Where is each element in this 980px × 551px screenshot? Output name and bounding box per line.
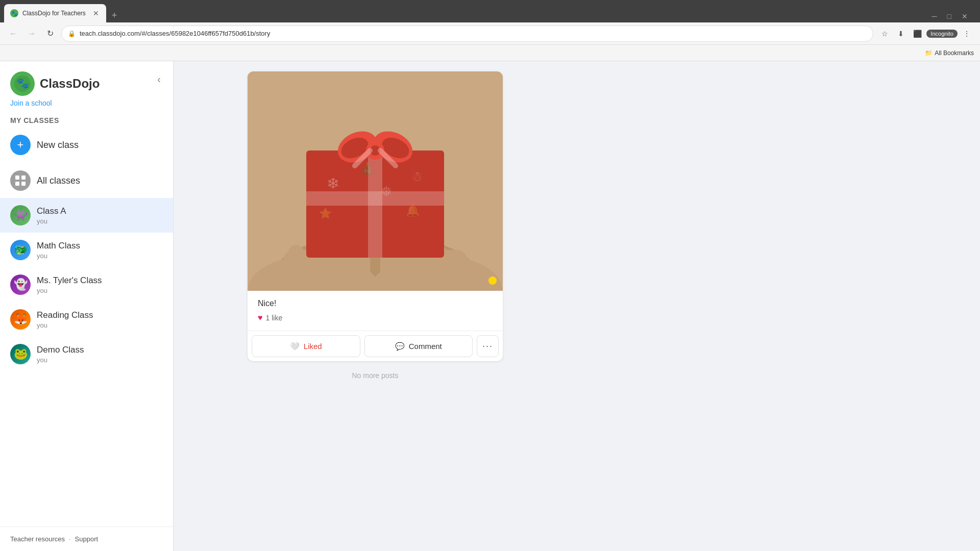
right-panel: [577, 61, 980, 551]
main-content: ❄ 🎄 ❅ ☃ ⭐ 🔔: [174, 61, 577, 551]
caption-text: Nice!: [258, 299, 493, 308]
browser-chrome: 🐾 ClassDojo for Teachers ✕ + ─ □ ✕ ← → ↻…: [0, 0, 980, 61]
likes-row: ♥ 1 like: [258, 313, 493, 322]
maximize-button[interactable]: □: [943, 10, 955, 22]
math-class-name: Math Class: [37, 241, 80, 251]
demo-class-name: Demo Class: [37, 345, 84, 355]
svg-text:☃: ☃: [411, 168, 423, 184]
grid-icon: [15, 175, 26, 186]
ms-tyler-role: you: [37, 287, 102, 294]
menu-button[interactable]: ⋮: [960, 27, 974, 41]
content-panel: ❄ 🎄 ❅ ☃ ⭐ 🔔: [237, 61, 513, 400]
likes-count: 1 like: [266, 314, 283, 322]
logo-row: 🐾 ClassDojo: [10, 71, 100, 96]
close-window-button[interactable]: ✕: [958, 10, 972, 22]
lock-icon: 🔒: [68, 30, 76, 37]
sidebar-item-class-a[interactable]: 👾 Class A you: [0, 198, 173, 233]
story-image: ❄ 🎄 ❅ ☃ ⭐ 🔔: [248, 71, 503, 291]
classdojo-logo-icon: 🐾: [10, 71, 35, 96]
svg-rect-28: [368, 151, 382, 258]
extensions-icon[interactable]: ⬛: [910, 27, 924, 41]
incognito-badge: Incognito: [926, 30, 958, 38]
active-tab[interactable]: 🐾 ClassDojo for Teachers ✕: [4, 4, 106, 22]
story-image-wrapper: ❄ 🎄 ❅ ☃ ⭐ 🔔: [248, 71, 503, 291]
sidebar-item-ms-tyler[interactable]: 👻 Ms. Tyler's Class you: [0, 267, 173, 302]
reading-class-role: you: [37, 321, 93, 329]
class-a-avatar: 👾: [10, 205, 31, 226]
svg-rect-2: [15, 176, 19, 180]
bookmark-star-icon[interactable]: ☆: [877, 27, 892, 41]
no-more-posts-text: No more posts: [248, 361, 503, 390]
join-school-link[interactable]: Join a school: [10, 99, 100, 107]
tab-favicon: 🐾: [10, 9, 18, 17]
ms-tyler-avatar: 👻: [10, 274, 31, 295]
tab-title: ClassDojo for Teachers: [22, 10, 88, 17]
reading-class-name: Reading Class: [37, 310, 93, 320]
demo-class-role: you: [37, 356, 84, 364]
tab-close-button[interactable]: ✕: [92, 9, 100, 17]
svg-text:🔔: 🔔: [406, 204, 420, 217]
svg-rect-4: [15, 182, 19, 186]
logo-svg: 🐾: [13, 74, 32, 93]
math-class-role: you: [37, 252, 80, 260]
browser-tabbar: 🐾 ClassDojo for Teachers ✕ + ─ □ ✕: [0, 0, 980, 22]
nav-actions: ☆ ⬇ ⬛ Incognito ⋮: [877, 27, 974, 41]
svg-rect-3: [21, 176, 26, 180]
logo-text: ClassDojo: [40, 77, 100, 91]
demo-class-info: Demo Class you: [37, 345, 84, 364]
class-a-role: you: [37, 217, 66, 225]
bookmarks-bar: 📁 All Bookmarks: [0, 45, 980, 61]
liked-heart-icon: 🤍: [290, 342, 300, 351]
class-a-name: Class A: [37, 206, 66, 216]
url-text: teach.classdojo.com/#/classes/65982e1046…: [80, 30, 867, 37]
all-classes-button[interactable]: All classes: [0, 163, 173, 198]
my-classes-label: My Classes: [0, 112, 173, 127]
back-button[interactable]: ←: [6, 27, 20, 41]
sidebar: 🐾 ClassDojo Join a school ‹ My Classes +…: [0, 61, 174, 551]
svg-text:⭐: ⭐: [319, 207, 332, 219]
download-icon[interactable]: ⬇: [894, 27, 908, 41]
forward-button[interactable]: →: [24, 27, 39, 41]
sidebar-item-demo-class[interactable]: 🐸 Demo Class you: [0, 337, 173, 371]
liked-button[interactable]: 🤍 Liked: [252, 335, 360, 357]
comment-label: Comment: [409, 342, 442, 350]
heart-icon: ♥: [258, 313, 263, 322]
support-link[interactable]: Support: [75, 535, 99, 543]
story-card: ❄ 🎄 ❅ ☃ ⭐ 🔔: [248, 71, 503, 361]
comment-button[interactable]: 💬 Comment: [364, 335, 473, 357]
sidebar-item-math-class[interactable]: 🐲 Math Class you: [0, 233, 173, 267]
demo-class-avatar: 🐸: [10, 344, 31, 364]
ms-tyler-name: Ms. Tyler's Class: [37, 276, 102, 286]
new-class-label: New class: [37, 140, 79, 151]
math-class-avatar: 🐲: [10, 240, 31, 260]
class-a-info: Class A you: [37, 206, 66, 225]
sidebar-item-reading-class[interactable]: 🦊 Reading Class you: [0, 302, 173, 337]
more-options-button[interactable]: ···: [477, 335, 499, 357]
story-caption: Nice! ♥ 1 like: [248, 291, 503, 331]
address-bar[interactable]: 🔒 teach.classdojo.com/#/classes/65982e10…: [61, 26, 873, 42]
all-classes-icon: [10, 170, 31, 191]
new-class-button[interactable]: + New class: [0, 127, 173, 163]
all-classes-label: All classes: [37, 176, 80, 186]
new-class-icon: +: [10, 135, 31, 155]
reading-class-avatar: 🦊: [10, 309, 31, 330]
logo-area: 🐾 ClassDojo Join a school: [10, 71, 100, 107]
svg-text:🐾: 🐾: [16, 77, 29, 89]
more-dots-icon: ···: [482, 341, 493, 352]
story-image-svg: ❄ 🎄 ❅ ☃ ⭐ 🔔: [248, 71, 503, 291]
browser-navbar: ← → ↻ 🔒 teach.classdojo.com/#/classes/65…: [0, 22, 980, 45]
minimize-button[interactable]: ─: [928, 10, 941, 22]
all-bookmarks-link[interactable]: All Bookmarks: [935, 49, 974, 57]
story-actions: 🤍 Liked 💬 Comment ···: [248, 331, 503, 361]
refresh-button[interactable]: ↻: [43, 27, 57, 41]
new-tab-button[interactable]: +: [107, 8, 121, 22]
liked-label: Liked: [304, 342, 322, 350]
app-container: 🐾 ClassDojo Join a school ‹ My Classes +…: [0, 61, 980, 551]
collapse-sidebar-button[interactable]: ‹: [155, 71, 163, 87]
sidebar-footer: Teacher resources · Support: [0, 527, 173, 551]
comment-icon: 💬: [395, 342, 405, 351]
math-class-info: Math Class you: [37, 241, 80, 260]
teacher-resources-link[interactable]: Teacher resources: [10, 535, 65, 543]
story-indicator-dot: [488, 277, 497, 285]
footer-separator: ·: [69, 535, 71, 543]
